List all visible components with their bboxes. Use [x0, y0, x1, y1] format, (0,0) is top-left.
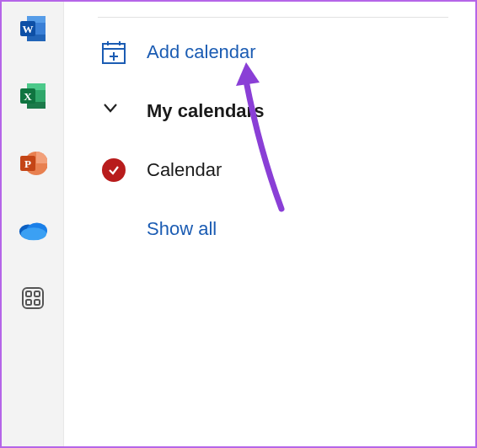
svg-rect-20: [35, 300, 40, 305]
add-calendar-button[interactable]: Add calendar: [101, 40, 445, 65]
onedrive-icon: [18, 220, 48, 242]
spacer: [101, 216, 126, 242]
svg-point-15: [20, 227, 46, 240]
powerpoint-icon: P: [19, 149, 47, 178]
onedrive-app-icon[interactable]: [18, 216, 48, 246]
svg-text:X: X: [24, 90, 32, 103]
calendar-item[interactable]: Calendar: [101, 157, 445, 183]
svg-text:W: W: [22, 23, 33, 35]
my-calendars-section-header[interactable]: My calendars: [101, 99, 445, 124]
powerpoint-app-icon[interactable]: P: [18, 148, 48, 179]
calendar-checkbox[interactable]: [101, 157, 126, 183]
add-calendar-label: Add calendar: [147, 41, 256, 63]
calendar-item-label: Calendar: [147, 159, 222, 181]
show-all-button[interactable]: Show all: [101, 216, 445, 242]
svg-rect-16: [23, 288, 43, 308]
svg-rect-18: [35, 291, 40, 296]
add-calendar-icon: [101, 40, 126, 65]
svg-text:P: P: [24, 157, 31, 170]
divider: [98, 17, 448, 18]
chevron-down-icon: [101, 99, 126, 124]
svg-rect-17: [26, 291, 31, 296]
check-icon: [107, 163, 121, 177]
all-apps-icon[interactable]: [18, 283, 48, 313]
word-icon: W: [19, 14, 47, 43]
word-app-icon[interactable]: W: [18, 13, 48, 44]
excel-icon: X: [19, 82, 47, 110]
my-calendars-label: My calendars: [147, 100, 264, 122]
show-all-label: Show all: [147, 218, 217, 240]
svg-rect-19: [26, 300, 31, 305]
apps-icon: [21, 286, 45, 310]
excel-app-icon[interactable]: X: [18, 81, 48, 111]
calendar-sidebar-panel: Add calendar My calendars Calendar Show …: [64, 2, 475, 446]
app-rail: W X P: [2, 2, 64, 446]
